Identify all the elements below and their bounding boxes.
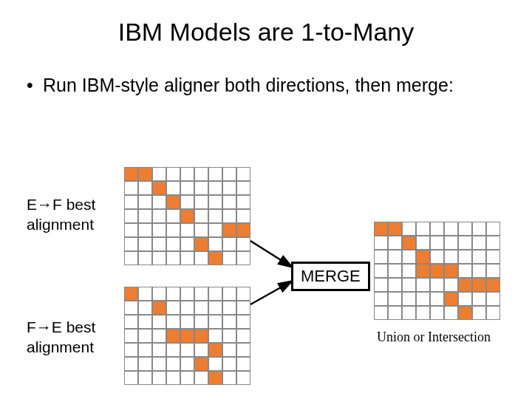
grid-cell bbox=[124, 329, 138, 343]
grid-cell bbox=[236, 195, 250, 209]
grid-cell bbox=[402, 306, 416, 320]
fe-grid bbox=[124, 287, 250, 385]
grid-cell bbox=[236, 329, 250, 343]
grid-cell bbox=[444, 292, 458, 306]
grid-cell bbox=[152, 287, 166, 301]
grid-cell bbox=[472, 236, 486, 250]
grid-cell bbox=[152, 251, 166, 265]
grid-cell bbox=[222, 287, 236, 301]
grid-cell bbox=[208, 237, 222, 251]
grid-cell bbox=[444, 306, 458, 320]
grid-cell bbox=[388, 250, 402, 264]
grid-cell bbox=[124, 181, 138, 195]
grid-cell bbox=[222, 167, 236, 181]
grid-cell bbox=[152, 343, 166, 357]
grid-cell bbox=[222, 371, 236, 385]
grid-cell bbox=[124, 167, 138, 181]
grid-cell bbox=[374, 306, 388, 320]
grid-cell bbox=[166, 357, 180, 371]
grid-cell bbox=[444, 236, 458, 250]
grid-cell bbox=[208, 167, 222, 181]
grid-cell bbox=[430, 306, 444, 320]
grid-cell bbox=[222, 357, 236, 371]
grid-cell bbox=[444, 278, 458, 292]
grid-cell bbox=[222, 237, 236, 251]
fe-label-line1: F→E best bbox=[27, 318, 95, 338]
grid-cell bbox=[194, 371, 208, 385]
grid-cell bbox=[486, 278, 500, 292]
grid-cell bbox=[444, 264, 458, 278]
grid-cell bbox=[208, 181, 222, 195]
grid-cell bbox=[124, 195, 138, 209]
grid-cell bbox=[486, 236, 500, 250]
grid-cell bbox=[152, 237, 166, 251]
grid-cell bbox=[180, 371, 194, 385]
grid-cell bbox=[208, 301, 222, 315]
grid-cell bbox=[194, 223, 208, 237]
grid-cell bbox=[388, 292, 402, 306]
grid-cell bbox=[194, 343, 208, 357]
grid-cell bbox=[138, 301, 152, 315]
grid-cell bbox=[180, 181, 194, 195]
merge-box: MERGE bbox=[291, 262, 370, 291]
grid-cell bbox=[458, 292, 472, 306]
grid-cell bbox=[236, 357, 250, 371]
grid-cell bbox=[472, 292, 486, 306]
ef-label-line1: E→F best bbox=[27, 195, 95, 215]
grid-cell bbox=[180, 357, 194, 371]
grid-cell bbox=[222, 195, 236, 209]
grid-cell bbox=[138, 343, 152, 357]
grid-cell bbox=[236, 251, 250, 265]
grid-cell bbox=[152, 315, 166, 329]
grid-cell bbox=[138, 329, 152, 343]
grid-cell bbox=[402, 264, 416, 278]
grid-cell bbox=[138, 181, 152, 195]
grid-cell bbox=[124, 287, 138, 301]
grid-cell bbox=[152, 301, 166, 315]
grid-cell bbox=[458, 264, 472, 278]
grid-cell bbox=[222, 223, 236, 237]
grid-cell bbox=[152, 371, 166, 385]
grid-cell bbox=[124, 209, 138, 223]
grid-cell bbox=[180, 195, 194, 209]
grid-cell bbox=[402, 278, 416, 292]
grid-cell bbox=[180, 343, 194, 357]
grid-cell bbox=[208, 315, 222, 329]
grid-cell bbox=[472, 278, 486, 292]
grid-cell bbox=[208, 209, 222, 223]
grid-cell bbox=[166, 251, 180, 265]
grid-cell bbox=[416, 306, 430, 320]
grid-cell bbox=[152, 209, 166, 223]
grid-cell bbox=[472, 264, 486, 278]
grid-cell bbox=[236, 167, 250, 181]
grid-cell bbox=[138, 237, 152, 251]
grid-cell bbox=[402, 222, 416, 236]
grid-cell bbox=[194, 329, 208, 343]
grid-cell bbox=[236, 371, 250, 385]
grid-cell bbox=[222, 209, 236, 223]
grid-cell bbox=[444, 222, 458, 236]
bullet-content: Run IBM-style aligner both directions, t… bbox=[43, 75, 454, 95]
grid-cell bbox=[486, 250, 500, 264]
grid-cell bbox=[472, 250, 486, 264]
grid-cell bbox=[486, 222, 500, 236]
grid-cell bbox=[124, 315, 138, 329]
grid-cell bbox=[208, 357, 222, 371]
grid-cell bbox=[430, 278, 444, 292]
grid-cell bbox=[222, 315, 236, 329]
grid-cell bbox=[194, 301, 208, 315]
grid-cell bbox=[430, 222, 444, 236]
grid-cell bbox=[222, 329, 236, 343]
grid-cell bbox=[236, 287, 250, 301]
grid-cell bbox=[166, 287, 180, 301]
bullet-text: •Run IBM-style aligner both directions, … bbox=[0, 47, 532, 97]
grid-cell bbox=[194, 167, 208, 181]
svg-line-0 bbox=[250, 241, 293, 267]
grid-cell bbox=[194, 357, 208, 371]
grid-cell bbox=[124, 223, 138, 237]
grid-cell bbox=[166, 343, 180, 357]
grid-cell bbox=[124, 357, 138, 371]
grid-cell bbox=[124, 343, 138, 357]
grid-cell bbox=[388, 264, 402, 278]
grid-cell bbox=[374, 292, 388, 306]
